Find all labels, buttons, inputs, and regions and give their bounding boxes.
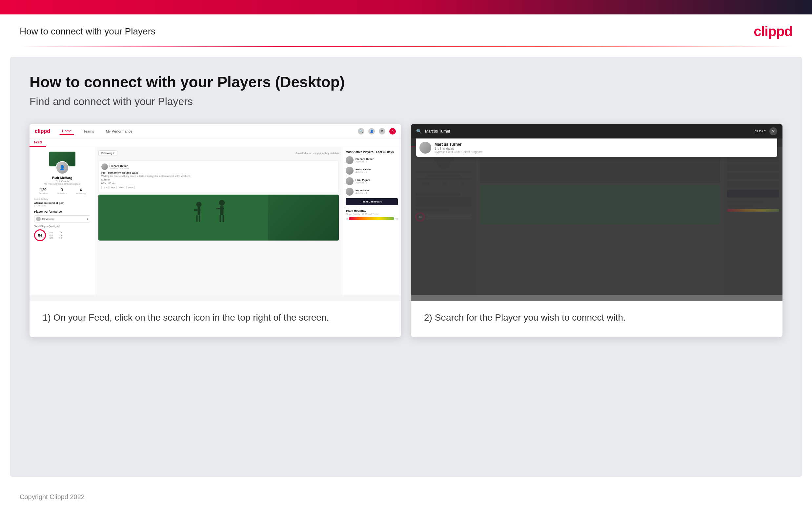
tag-ott: OTT [101, 186, 108, 189]
step1-description: 1) On your Feed, click on the search ico… [30, 301, 401, 337]
player-name-3: Hiral Pujara [355, 178, 370, 181]
header-divider [20, 46, 792, 47]
latest-date: 27 Jul 2022 [34, 205, 90, 207]
step2-description: 2) Search for the Player you wish to con… [411, 301, 782, 337]
ss-feed: Following ▾ Control who can see your act… [95, 147, 342, 295]
search-input-display[interactable]: Marcus Turner [425, 129, 751, 134]
search-icon[interactable]: 🔍 [358, 128, 364, 134]
svg-rect-10 [223, 215, 224, 222]
search-result-handicap: 1-5 Handicap [434, 147, 482, 150]
player-name-2: Piers Parnell [355, 168, 371, 171]
player-avatar-4 [346, 188, 353, 196]
player-row-1: Richard Butler Activities: 7 [346, 156, 398, 164]
team-dashboard-button[interactable]: Team Dashboard [346, 198, 398, 205]
panel-1: clippd Home Teams My Performance 🔍 👤 ⚙ B… [30, 124, 401, 337]
search-result-avatar [420, 142, 431, 154]
screenshot-1: clippd Home Teams My Performance 🔍 👤 ⚙ B… [30, 124, 401, 301]
player-row-3: Hiral Pujara Activities: 3 [346, 177, 398, 185]
search-overlay-bar: 🔍 Marcus Turner CLEAR ✕ Marcus Turner 1-… [411, 124, 782, 157]
feed-tab[interactable]: Feed [30, 138, 46, 147]
tag-putt: PUTT [126, 186, 135, 189]
svg-rect-3 [194, 209, 201, 211]
profile-name: Blair McHarg [34, 176, 90, 180]
main-subheading: Find and connect with your Players [30, 95, 782, 108]
svg-rect-4 [196, 215, 198, 222]
profile-icon[interactable]: 👤 [368, 128, 375, 134]
heatmap-title: Team Heatmap [346, 209, 398, 212]
screenshot-body-1: 👤 Blair McHarg Golf Coach Mill Ride Golf… [30, 147, 401, 295]
app-nav-1: clippd Home Teams My Performance 🔍 👤 ⚙ B [30, 124, 401, 138]
nav-performance[interactable]: My Performance [103, 128, 135, 134]
top-bar [0, 0, 812, 14]
panels-row: clippd Home Teams My Performance 🔍 👤 ⚙ B… [30, 124, 782, 337]
followers-count: 3 [57, 188, 67, 192]
tag-arg: ARG [118, 186, 125, 189]
page-footer: Copyright Clippd 2022 [0, 487, 812, 507]
heatmap-bar [349, 217, 394, 220]
golf-image [98, 195, 339, 241]
player-performance-label: Player Performance [34, 210, 90, 213]
duration-value: 02 hr : 00 min [101, 182, 336, 184]
activities-label: Activities [39, 192, 48, 195]
profile-role: Golf Coach [34, 180, 90, 183]
most-active-title: Most Active Players - Last 30 days [346, 150, 398, 154]
ss-sidebar: 👤 Blair McHarg Golf Coach Mill Ride Golf… [30, 147, 95, 295]
nav-icons: 🔍 👤 ⚙ B [358, 128, 396, 134]
selected-player: Eli Vincent [42, 218, 54, 220]
player-row-2: Piers Parnell Activities: 4 [346, 167, 398, 175]
main-content: How to connect with your Players (Deskto… [10, 57, 802, 477]
logo: clippd [754, 24, 792, 39]
svg-rect-8 [217, 208, 224, 209]
ss-right-panel: Most Active Players - Last 30 days Richa… [342, 147, 401, 295]
settings-icon[interactable]: ⚙ [379, 128, 385, 134]
duration: Duration [101, 178, 336, 181]
quality-score: 84 [34, 229, 46, 241]
app-logo: clippd [35, 128, 50, 134]
nav-home[interactable]: Home [59, 128, 74, 135]
activity-user-name: Richard Butler [109, 164, 129, 167]
player-avatar-2 [346, 167, 353, 175]
search-bar: 🔍 Marcus Turner CLEAR ✕ [411, 124, 782, 138]
following-label: Following [76, 192, 86, 195]
player-select[interactable]: Eli Vincent ▾ [34, 215, 90, 222]
profile-avatar: 👤 [56, 161, 69, 174]
search-result-item[interactable]: Marcus Turner 1-5 Handicap Cypress Point… [420, 142, 774, 154]
svg-point-6 [219, 200, 225, 206]
svg-rect-2 [198, 207, 200, 215]
latest-activity: Afternoon round of golf [34, 202, 90, 205]
svg-rect-5 [199, 215, 200, 222]
page-header: How to connect with your Players clippd [0, 14, 812, 46]
profile-club: Mill Ride Golf Club, United Kingdom [34, 183, 90, 185]
screenshot-2: clippd Home Teams My Performance Feed [411, 124, 782, 301]
player-acts-1: Activities: 7 [355, 161, 374, 163]
player-acts-3: Activities: 3 [355, 181, 370, 184]
search-close-button[interactable]: ✕ [769, 127, 777, 135]
search-icon-overlay: 🔍 [416, 129, 422, 134]
page-title: How to connect with your Players [20, 26, 155, 37]
following-dropdown[interactable]: Following ▾ [98, 150, 117, 156]
main-heading: How to connect with your Players (Deskto… [30, 73, 782, 91]
following-count: 4 [76, 188, 86, 192]
search-result-name: Marcus Turner [434, 142, 482, 147]
player-acts-2: Activities: 4 [355, 171, 371, 173]
panel-2: clippd Home Teams My Performance Feed [411, 124, 782, 337]
heatmap-sub: Player Quality · 20 Round Trend [346, 213, 398, 215]
activity-title: Pre Tournament Course Walk [101, 171, 336, 174]
activity-user-sub: Yesterday · The Grove [109, 167, 129, 169]
svg-rect-9 [220, 215, 221, 222]
activities-count: 129 [39, 188, 48, 192]
player-avatar-1 [346, 156, 353, 164]
nav-teams[interactable]: Teams [81, 128, 96, 134]
svg-point-1 [196, 202, 202, 207]
activity-card: Richard Butler Yesterday · The Grove Pre… [98, 161, 339, 192]
followers-label: Followers [57, 192, 67, 195]
control-link[interactable]: Control who can see your activity and da… [295, 152, 339, 154]
search-result-info: Marcus Turner 1-5 Handicap Cypress Point… [434, 142, 482, 154]
search-clear-button[interactable]: CLEAR [755, 130, 766, 133]
avatar-icon[interactable]: B [389, 128, 396, 134]
latest-label: Latest Activity [34, 198, 90, 200]
player-row-4: Eli Vincent Activities: 1 [346, 188, 398, 196]
quality-bars: OTT 79 APP 70 ARG [49, 232, 62, 240]
profile-stats: 129 Activities 3 Followers 4 Following [34, 188, 90, 195]
svg-rect-0 [170, 195, 268, 241]
